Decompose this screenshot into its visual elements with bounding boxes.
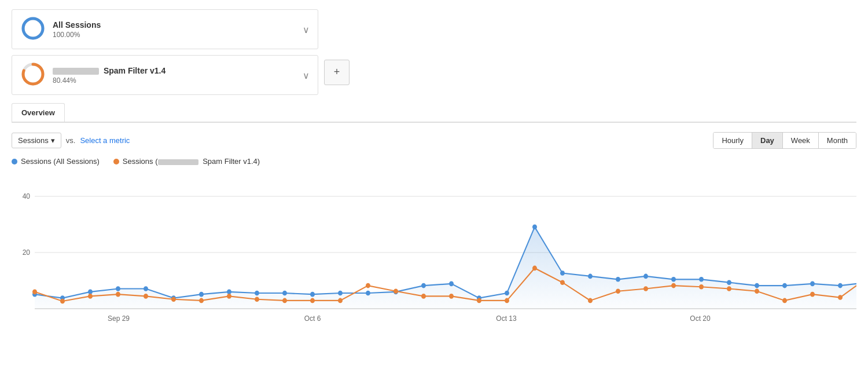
blue-dot [338, 291, 343, 296]
spam-filter-info: Spam Filter v1.4 80.44% [53, 66, 165, 85]
blue-dot [643, 274, 648, 279]
orange-dot [755, 288, 759, 294]
orange-dot [60, 299, 65, 304]
chart-container: 40 20 [12, 171, 856, 334]
metric-label: Sessions [18, 136, 49, 145]
dropdown-arrow: ▾ [51, 136, 55, 145]
orange-dot [199, 298, 204, 303]
blue-dot [671, 277, 676, 282]
orange-dot [116, 292, 120, 297]
legend-row: Sessions (All Sessions) Sessions ( Spam … [12, 157, 856, 166]
time-buttons: Hourly Day Week Month [713, 132, 856, 149]
orange-dot [449, 294, 454, 299]
orange-dot [616, 288, 620, 294]
left-controls: Sessions ▾ vs. Select a metric [12, 133, 130, 148]
svg-point-1 [23, 19, 43, 38]
blue-dot [532, 225, 537, 230]
orange-dot [477, 298, 481, 303]
orange-dot [366, 283, 370, 288]
spam-filter-row: Spam Filter v1.4 80.44% ∨ + [12, 55, 856, 95]
blue-dot [755, 283, 759, 288]
metric-dropdown[interactable]: Sessions ▾ [12, 133, 61, 148]
blue-dot [782, 283, 787, 288]
day-button[interactable]: Day [752, 133, 783, 148]
vs-label: vs. [66, 136, 76, 145]
blue-dot [449, 281, 454, 287]
blue-dot [116, 286, 120, 291]
blue-dot [255, 291, 259, 296]
blue-dot [282, 291, 287, 296]
legend-dot-orange [113, 159, 119, 164]
controls-row: Sessions ▾ vs. Select a metric Hourly Da… [12, 132, 856, 149]
orange-dot [310, 298, 315, 303]
spam-filter-chevron[interactable]: ∨ [303, 70, 310, 81]
blue-dot [838, 283, 843, 288]
orange-dot [588, 298, 593, 303]
orange-dot [32, 290, 37, 295]
blurred-name [53, 68, 99, 75]
hourly-button[interactable]: Hourly [713, 133, 752, 148]
blue-dot [699, 277, 704, 282]
spam-filter-donut [20, 61, 46, 89]
orange-dot [144, 294, 148, 299]
blue-dot [560, 270, 565, 276]
orange-dot [88, 294, 93, 299]
spam-filter-pct: 80.44% [53, 76, 165, 85]
legend-blurred [158, 159, 198, 165]
orange-dot [838, 295, 843, 300]
blue-dot [616, 277, 620, 282]
legend-all-sessions: Sessions (All Sessions) [12, 157, 100, 166]
x-label-oct13: Oct 13 [496, 315, 516, 323]
all-sessions-name: All Sessions [53, 20, 101, 30]
orange-dot [255, 297, 259, 302]
orange-dot [393, 288, 398, 294]
orange-dot [810, 292, 815, 297]
month-button[interactable]: Month [819, 133, 856, 148]
chart-svg: 40 20 [12, 171, 856, 334]
orange-dot [671, 283, 676, 288]
blue-dot [88, 290, 93, 295]
orange-dot [171, 297, 176, 302]
orange-dot [338, 298, 343, 303]
spam-filter-card[interactable]: Spam Filter v1.4 80.44% ∨ [12, 55, 318, 95]
blue-dot [227, 290, 231, 295]
tab-overview[interactable]: Overview [12, 103, 65, 122]
orange-dot [282, 298, 287, 303]
add-segment-button[interactable]: + [324, 60, 350, 85]
legend-spam-filter: Sessions ( Spam Filter v1.4) [113, 157, 260, 166]
orange-dot [421, 294, 426, 299]
orange-dot [782, 298, 787, 303]
blue-dot [310, 292, 315, 297]
select-metric-link[interactable]: Select a metric [80, 136, 130, 145]
blue-dot [505, 291, 509, 296]
all-sessions-donut [20, 16, 46, 43]
blue-dot [421, 283, 426, 288]
orange-dot [727, 286, 731, 291]
svg-text:20: 20 [23, 248, 30, 257]
all-sessions-card[interactable]: All Sessions 100.00% ∨ [12, 9, 318, 49]
orange-dot [505, 298, 509, 303]
blue-dot [144, 286, 148, 291]
blue-dot [366, 291, 370, 296]
orange-dot [699, 284, 704, 290]
all-sessions-pct: 100.00% [53, 31, 101, 39]
legend-label-blue: Sessions (All Sessions) [21, 157, 100, 166]
all-sessions-info: All Sessions 100.00% [53, 20, 101, 39]
x-label-oct20: Oct 20 [690, 315, 710, 323]
blue-dot [588, 274, 593, 279]
segments-area: All Sessions 100.00% ∨ Spam Filter v1.4 [12, 9, 856, 95]
all-sessions-chevron[interactable]: ∨ [303, 24, 310, 35]
legend-dot-blue [12, 159, 17, 164]
x-label-oct6: Oct 6 [304, 315, 321, 323]
legend-label-orange: Sessions ( Spam Filter v1.4) [123, 157, 260, 166]
orange-dot [643, 286, 648, 291]
orange-dot [560, 280, 565, 285]
blue-dot [199, 292, 204, 297]
orange-dot [227, 294, 231, 299]
main-container: All Sessions 100.00% ∨ Spam Filter v1.4 [0, 0, 868, 343]
orange-dot [532, 266, 537, 271]
blue-dot [810, 281, 815, 287]
spam-filter-name: Spam Filter v1.4 [53, 66, 165, 75]
week-button[interactable]: Week [783, 133, 819, 148]
svg-text:40: 40 [23, 192, 30, 201]
